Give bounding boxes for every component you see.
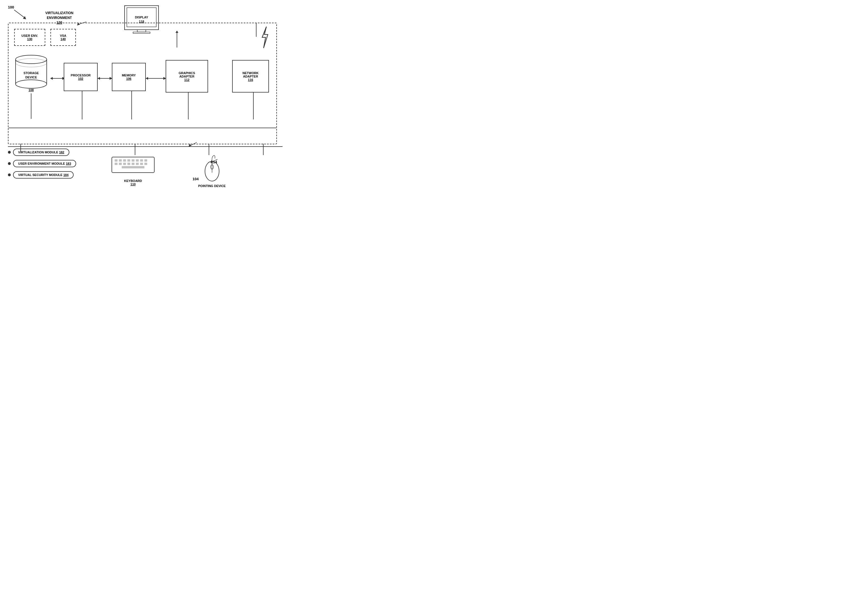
svg-marker-22 bbox=[50, 77, 53, 80]
module-dot-182 bbox=[8, 151, 11, 154]
svg-rect-53 bbox=[136, 163, 139, 165]
user-env-module-pill: USER ENVIRONMENT MODULE 183 bbox=[13, 160, 76, 167]
svg-text:108: 108 bbox=[29, 88, 34, 92]
svg-rect-55 bbox=[144, 163, 147, 165]
network-bus-line-icon bbox=[251, 93, 256, 119]
svg-rect-51 bbox=[127, 163, 130, 165]
svg-rect-49 bbox=[119, 163, 122, 165]
svg-rect-52 bbox=[132, 163, 135, 165]
vsa-box: VSA 140 bbox=[50, 29, 76, 46]
arrow-100-icon bbox=[11, 8, 28, 20]
network-to-bus-icon bbox=[260, 144, 266, 155]
svg-rect-54 bbox=[140, 163, 143, 165]
memory-graphics-arrow-icon bbox=[146, 76, 167, 81]
svg-rect-46 bbox=[140, 159, 143, 162]
svg-text:STORAGE: STORAGE bbox=[23, 71, 39, 75]
keyboard-area: KEYBOARD 110 bbox=[110, 154, 156, 186]
virtual-security-module-item: VIRTUAL SECURITY MODULE 184 bbox=[8, 171, 76, 179]
svg-rect-56 bbox=[122, 166, 144, 169]
storage-device-icon: STORAGE DEVICE 108 bbox=[11, 51, 51, 94]
virtual-security-module-pill: VIRTUAL SECURITY MODULE 184 bbox=[13, 171, 74, 179]
diagram: 100 VIRTUALIZATION ENVIRONMENT 120 DISPL… bbox=[0, 0, 290, 202]
main-virtualization-box: USER ENV. 130 VSA 140 STORAGE DEVICE 108 bbox=[8, 23, 277, 144]
network-adapter-box: NETWORK ADAPTER 116 bbox=[232, 60, 269, 93]
svg-rect-48 bbox=[115, 163, 118, 165]
keyboard-num: 110 bbox=[110, 183, 156, 186]
svg-point-16 bbox=[16, 59, 47, 67]
modules-section: VIRTUALIZATION MODULE 182 USER ENVIRONME… bbox=[8, 149, 76, 183]
memory-box: MEMORY 106 bbox=[112, 63, 146, 91]
graphics-adapter-box: GRAPHICS ADAPTER 112 bbox=[166, 60, 208, 93]
module-dot-183 bbox=[8, 162, 11, 165]
processor-memory-arrow-icon bbox=[98, 76, 113, 81]
wireless-signal-icon bbox=[259, 26, 271, 49]
svg-rect-41 bbox=[119, 159, 122, 162]
svg-rect-50 bbox=[123, 163, 126, 165]
svg-marker-25 bbox=[98, 77, 100, 80]
svg-text:DISPLAY: DISPLAY bbox=[135, 15, 148, 19]
memory-bus-line-icon bbox=[129, 91, 135, 119]
pointing-label: POINTING DEVICE bbox=[198, 184, 226, 187]
keyboard-to-bus-icon bbox=[132, 144, 138, 155]
svg-rect-43 bbox=[127, 159, 130, 162]
module-dot-184 bbox=[8, 173, 11, 176]
user-env-box: USER ENV. 130 bbox=[14, 29, 45, 46]
svg-rect-45 bbox=[136, 159, 139, 162]
svg-rect-42 bbox=[123, 159, 126, 162]
user-env-module-item: USER ENVIRONMENT MODULE 183 bbox=[8, 160, 76, 167]
svg-marker-28 bbox=[146, 77, 148, 80]
bus-line bbox=[8, 128, 276, 128]
svg-text:DEVICE: DEVICE bbox=[25, 76, 37, 79]
graphics-bus-line-icon bbox=[186, 93, 191, 119]
ref114-arrow-icon bbox=[209, 158, 218, 164]
keyboard-icon bbox=[110, 154, 156, 177]
mouse-to-bus-icon bbox=[206, 144, 212, 155]
svg-rect-44 bbox=[132, 159, 135, 162]
ref-104-label: 104 bbox=[192, 177, 199, 181]
processor-box: PROCESSOR 102 bbox=[64, 63, 98, 91]
svg-marker-62 bbox=[210, 160, 213, 163]
keyboard-label: KEYBOARD bbox=[110, 179, 156, 183]
svg-line-0 bbox=[14, 10, 25, 19]
processor-bus-line-icon bbox=[79, 91, 85, 119]
svg-point-15 bbox=[16, 80, 47, 88]
svg-rect-47 bbox=[144, 159, 147, 162]
storage-bus-line-icon bbox=[28, 93, 34, 119]
network-top-arrow-icon bbox=[252, 23, 260, 37]
svg-rect-40 bbox=[115, 159, 118, 162]
svg-point-12 bbox=[16, 55, 47, 63]
storage-to-bus-icon bbox=[18, 144, 23, 152]
ref104-arrow-icon bbox=[187, 141, 198, 147]
